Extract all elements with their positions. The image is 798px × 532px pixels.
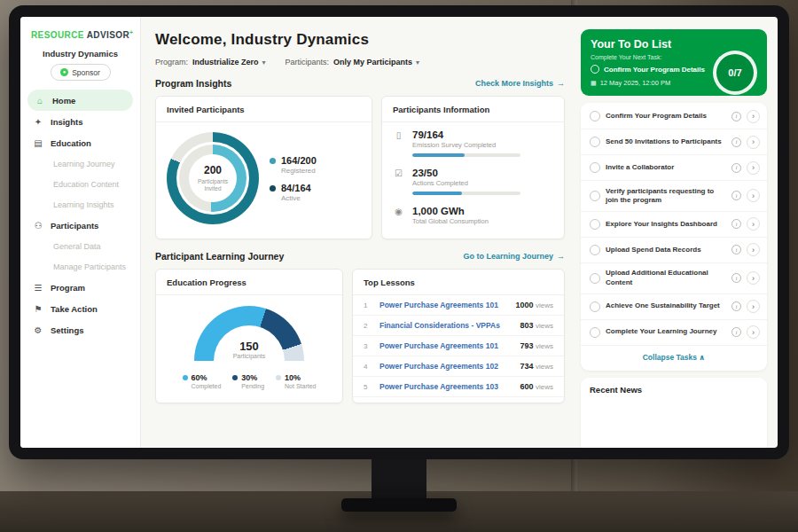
task-checkbox[interactable] [590,327,600,338]
gauge-label: Participants [156,353,342,359]
task-label: Confirm Your Program Details [606,112,726,121]
check-more-insights-link[interactable]: Check More Insights → [475,79,565,88]
lesson-views: 1000 views [515,301,553,309]
participants-filter-dropdown[interactable]: Only My Participants ▾ [333,58,419,66]
actions-icon: ☑ [393,168,404,195]
lesson-link[interactable]: Power Purchase Agreements 101 [379,301,508,309]
info-icon[interactable]: i [732,137,741,147]
chevron-right-icon[interactable]: › [747,136,760,149]
legend-value: 164/200 [281,155,317,166]
todo-progress-ring: 0/7 [713,51,757,95]
info-icon[interactable]: i [732,245,741,254]
participants-filter: Participants: Only My Participants ▾ [286,58,420,66]
lesson-link[interactable]: Financial Considerations - VPPAs [379,321,512,330]
info-icon[interactable]: i [732,163,741,173]
sidebar-item-learning-insights[interactable]: Learning Insights [20,194,140,215]
education-progress-card: Education Progress 150 Participants [155,269,343,403]
info-icon[interactable]: i [732,219,741,229]
task-row[interactable]: Upload Additional Educational Content i … [581,263,767,294]
nav-item-icon: ⚇ [33,221,43,231]
go-to-learning-journey-link[interactable]: Go to Learning Journey → [463,252,565,261]
chevron-right-icon[interactable]: › [747,243,760,256]
sidebar-item-manage-participants[interactable]: Manage Participants [20,256,140,277]
legend-label: Registered [281,167,317,175]
legend-dot [276,375,281,380]
sidebar-item-settings[interactable]: ⚙ Settings [20,319,140,340]
task-row[interactable]: Upload Spend Data Records i › [581,238,767,263]
chevron-right-icon[interactable]: › [747,300,760,313]
chevron-right-icon[interactable]: › [747,110,760,123]
task-checkbox[interactable] [591,65,599,74]
lesson-link[interactable]: Power Purchase Agreements 103 [379,382,512,391]
participants-info-rows: ▯ 79/164 Emission Survey Completed [382,122,564,229]
task-row[interactable]: Confirm Your Program Details i › [581,104,767,129]
task-label: Complete Your Learning Journey [606,327,726,336]
chevron-down-icon: ▾ [416,59,419,66]
nav-item-label: Home [52,96,75,106]
task-row[interactable]: Send 50 Invitations to Participants i › [581,129,767,155]
chevron-down-icon: ▾ [262,59,266,66]
participants-information-card: Participants Information ▯ 79/164 Emissi… [381,96,565,239]
collapse-tasks-link[interactable]: Collapse Tasks ∧ [581,346,767,370]
page-title: Welcome, Industry Dynamics [155,31,565,49]
sidebar-item-program[interactable]: ☰ Program [20,277,140,298]
task-checkbox[interactable] [590,162,600,173]
task-checkbox[interactable] [590,191,600,201]
task-row[interactable]: Complete Your Learning Journey i › [581,320,767,346]
todo-column: Your To Do List Complete Your Next Task:… [577,17,778,448]
legend-value: 10% [285,373,316,382]
task-row[interactable]: Verify participants requesting to join t… [581,181,767,212]
lesson-link[interactable]: Power Purchase Agreements 102 [379,362,512,371]
lesson-views: 734 views [520,362,553,371]
arrow-right-icon: → [557,79,565,88]
chevron-right-icon[interactable]: › [747,325,760,339]
task-row[interactable]: Explore Your Insights Dashboard i › [581,212,767,238]
nav-item-label: Learning Insights [53,200,114,209]
legend-label: Not Started [285,383,316,389]
sidebar-item-general-data[interactable]: General Data [20,236,140,256]
task-row[interactable]: Achieve One Sustainability Target i › [581,294,767,320]
org-name: Industry Dynamics [20,49,140,59]
task-checkbox[interactable] [590,245,600,255]
sidebar-item-education-content[interactable]: Education Content [20,174,140,194]
info-icon[interactable]: i [732,273,741,283]
sidebar-item-education[interactable]: ▤ Education [20,132,140,153]
lesson-rank: 1 [364,301,372,309]
chevron-right-icon[interactable]: › [747,271,760,285]
info-icon[interactable]: i [732,112,741,121]
lesson-link[interactable]: Power Purchase Agreements 101 [379,341,512,350]
next-task-row[interactable]: Confirm Your Program Details [591,65,715,74]
chevron-right-icon[interactable]: › [747,189,760,202]
task-checkbox[interactable] [590,273,600,284]
participants-filter-label: Participants: [286,58,330,66]
calendar-icon: ▦ [591,80,597,87]
info-value: 79/164 [412,129,520,140]
info-icon[interactable]: i [732,327,741,337]
nav-item-label: Settings [51,325,83,335]
task-row[interactable]: Invite a Collaborator i › [581,155,767,181]
todo-progress-value: 0/7 [728,67,741,78]
sidebar-item-insights[interactable]: ✦ Insights [20,111,140,132]
task-checkbox[interactable] [590,111,600,121]
progress-bar [412,153,520,157]
sidebar-item-take-action[interactable]: ⚑ Take Action [20,298,140,319]
info-label: Total Global Consumption [412,217,489,225]
task-checkbox[interactable] [590,219,600,230]
todo-tasks-card: Confirm Your Program Details i › Send 50… [581,103,767,371]
brand-secondary: ADVISOR [87,30,129,40]
task-checkbox[interactable] [590,301,600,312]
program-filter-value: Industrialize Zero [192,58,259,66]
next-task-label: Confirm Your Program Details [604,66,705,74]
sidebar-item-participants[interactable]: ⚇ Participants [20,215,140,236]
sidebar-item-learning-journey[interactable]: Learning Journey [20,153,140,174]
chevron-right-icon[interactable]: › [747,161,760,175]
info-icon[interactable]: i [732,191,741,200]
program-filter-dropdown[interactable]: Industrialize Zero ▾ [192,58,266,66]
lesson-rank: 5 [364,383,372,391]
program-insights-title: Program Insights [155,78,231,89]
sponsor-badge[interactable]: ● Sponsor [51,64,111,81]
info-icon[interactable]: i [732,301,741,311]
sidebar-item-home[interactable]: ⌂ Home [27,90,133,111]
chevron-right-icon[interactable]: › [747,217,760,231]
task-checkbox[interactable] [590,137,600,147]
